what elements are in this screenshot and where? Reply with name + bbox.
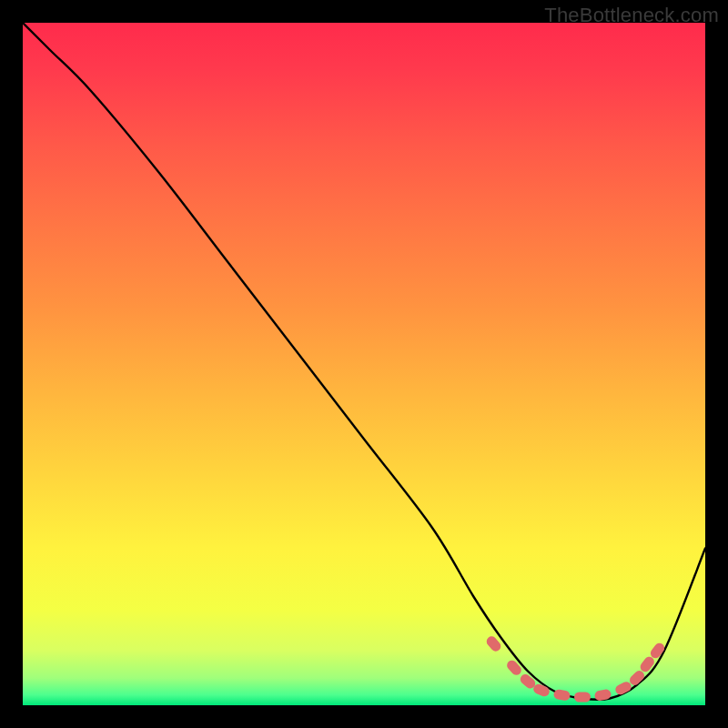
chart-svg [23,23,705,705]
optimal-zone-markers [484,634,666,702]
optimal-marker [553,689,571,702]
attribution-text: TheBottleneck.com [544,4,719,27]
bottleneck-curve [23,23,705,700]
optimal-marker [574,693,591,703]
optimal-marker [505,658,523,677]
chart-area [23,23,705,705]
